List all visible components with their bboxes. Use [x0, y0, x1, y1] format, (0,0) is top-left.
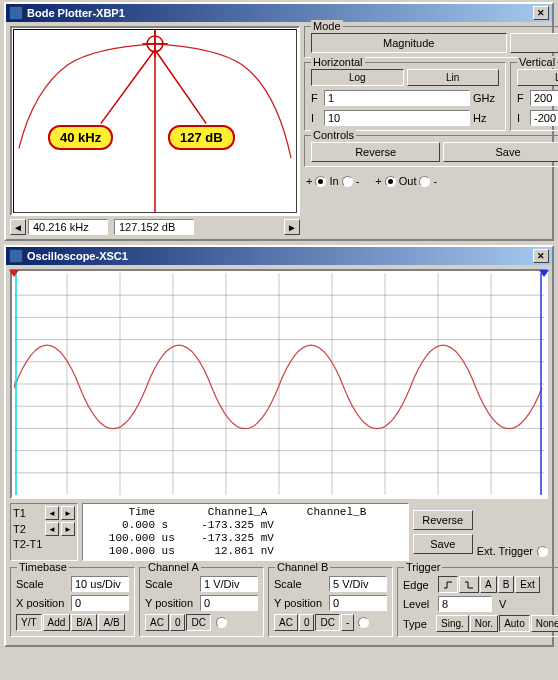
bode-cursor-right-button[interactable]: ►: [284, 219, 300, 235]
out-plus-radio[interactable]: [385, 176, 396, 187]
bode-app-icon: [9, 6, 23, 20]
v-i-input[interactable]: [530, 110, 558, 126]
t2-label: T2: [13, 523, 43, 535]
chb-0-button[interactable]: 0: [299, 614, 315, 631]
trig-ext-button[interactable]: Ext: [515, 576, 539, 593]
h-f-label: F: [311, 92, 321, 104]
trig-auto-button[interactable]: Auto: [499, 615, 530, 632]
v-f-label: F: [517, 92, 527, 104]
t2-right-button[interactable]: ►: [61, 522, 75, 536]
edge-rise-button[interactable]: [438, 576, 458, 593]
t2-marker-icon[interactable]: [539, 270, 549, 277]
svg-line-5: [155, 50, 206, 124]
chb-ypos-input[interactable]: [329, 595, 387, 611]
trig-nor-button[interactable]: Nor.: [470, 615, 498, 632]
chb-scale-input[interactable]: [329, 576, 387, 592]
timebase-scale-input[interactable]: [71, 576, 129, 592]
osc-save-button[interactable]: Save: [413, 534, 473, 554]
t1-marker-icon[interactable]: [9, 270, 19, 277]
edge-fall-button[interactable]: [459, 576, 479, 593]
osc-plot[interactable]: [10, 269, 548, 499]
h-i-input[interactable]: [324, 110, 470, 126]
t1-right-button[interactable]: ►: [61, 506, 75, 520]
osc-window: Oscilloscope-XSC1 ✕: [4, 245, 554, 647]
osc-close-icon[interactable]: ✕: [533, 249, 549, 263]
add-button[interactable]: Add: [43, 614, 71, 631]
cha-jack[interactable]: [216, 617, 227, 628]
timebase-group: Timebase Scale X position Y/T Add B/A A/…: [10, 567, 135, 637]
controls-group: Controls Reverse Save Set...: [304, 135, 558, 167]
in-minus-radio[interactable]: [342, 176, 353, 187]
phase-button[interactable]: Phase: [510, 33, 559, 53]
chb-ac-button[interactable]: AC: [274, 614, 298, 631]
cha-scale-input[interactable]: [200, 576, 258, 592]
ba-button[interactable]: B/A: [71, 614, 97, 631]
bode-reverse-button[interactable]: Reverse: [311, 142, 440, 162]
t2t1-label: T2-T1: [13, 538, 43, 550]
t1-left-button[interactable]: ◄: [45, 506, 59, 520]
osc-title-text: Oscilloscope-XSC1: [27, 250, 128, 262]
ext-trigger-label: Ext. Trigger: [477, 545, 533, 557]
yt-button[interactable]: Y/T: [16, 614, 42, 631]
cha-0-button[interactable]: 0: [170, 614, 186, 631]
bode-titlebar[interactable]: Bode Plotter-XBP1 ✕: [6, 4, 552, 22]
bode-window: Bode Plotter-XBP1 ✕: [4, 2, 554, 241]
in-plus-radio[interactable]: [315, 176, 326, 187]
cha-dc-button[interactable]: DC: [186, 614, 210, 631]
bode-close-icon[interactable]: ✕: [533, 6, 549, 20]
io-row: + In - + Out -: [304, 171, 558, 187]
vertical-label: Vertical: [517, 56, 557, 68]
trigger-level-input[interactable]: [438, 596, 492, 612]
h-i-unit: Hz: [473, 112, 499, 124]
trig-sing-button[interactable]: Sing.: [436, 615, 469, 632]
channel-b-group: Channel B Scale Y position AC 0 DC -: [268, 567, 393, 637]
ext-trigger-jack[interactable]: [537, 546, 548, 557]
ab-button[interactable]: A/B: [98, 614, 124, 631]
magnitude-button[interactable]: Magnitude: [311, 33, 507, 53]
mode-group: Mode Magnitude Phase: [304, 26, 558, 58]
osc-app-icon: [9, 249, 23, 263]
cha-ac-button[interactable]: AC: [145, 614, 169, 631]
bode-status-freq: 40.216 kHz: [28, 219, 108, 235]
readout-display: Time Channel_A Channel_B 0.000 s -173.32…: [82, 503, 409, 561]
timebase-xpos-input[interactable]: [71, 595, 129, 611]
h-i-label: I: [311, 112, 321, 124]
osc-reverse-button[interactable]: Reverse: [413, 510, 473, 530]
trig-b-button[interactable]: B: [498, 576, 515, 593]
horizontal-group: Horizontal Log Lin F GHz I: [304, 62, 506, 131]
cha-ypos-input[interactable]: [200, 595, 258, 611]
bode-title-text: Bode Plotter-XBP1: [27, 7, 125, 19]
horizontal-label: Horizontal: [311, 56, 365, 68]
t2-left-button[interactable]: ◄: [45, 522, 59, 536]
chb-jack[interactable]: [358, 617, 369, 628]
t1-label: T1: [13, 507, 43, 519]
vertical-group: Vertical Log Lin F dB I: [510, 62, 558, 131]
trig-none-button[interactable]: None: [531, 615, 558, 632]
bode-plot[interactable]: 40 kHz 127 dB: [10, 26, 300, 216]
channel-a-group: Channel A Scale Y position AC 0 DC: [139, 567, 264, 637]
v-i-label: I: [517, 112, 527, 124]
bode-callout-freq: 40 kHz: [48, 125, 113, 150]
bode-callout-db: 127 dB: [168, 125, 235, 150]
controls-label: Controls: [311, 129, 356, 141]
v-log-button[interactable]: Log: [517, 69, 558, 86]
chb-minus-button[interactable]: -: [341, 614, 354, 631]
bode-status-db: 127.152 dB: [114, 219, 194, 235]
osc-titlebar[interactable]: Oscilloscope-XSC1 ✕: [6, 247, 552, 265]
trig-a-button[interactable]: A: [480, 576, 497, 593]
svg-line-4: [101, 50, 155, 124]
h-lin-button[interactable]: Lin: [407, 69, 500, 86]
cursor-controls: T1 ◄ ► T2 ◄ ► T2-T1: [10, 503, 78, 561]
h-f-unit: GHz: [473, 92, 499, 104]
trigger-group: Trigger Edge A B Ext Level V: [397, 567, 558, 637]
out-minus-radio[interactable]: [419, 176, 430, 187]
mode-label: Mode: [311, 20, 343, 32]
h-f-input[interactable]: [324, 90, 470, 106]
v-f-input[interactable]: [530, 90, 558, 106]
bode-cursor-left-button[interactable]: ◄: [10, 219, 26, 235]
h-log-button[interactable]: Log: [311, 69, 404, 86]
bode-save-button[interactable]: Save: [443, 142, 558, 162]
chb-dc-button[interactable]: DC: [315, 614, 339, 631]
